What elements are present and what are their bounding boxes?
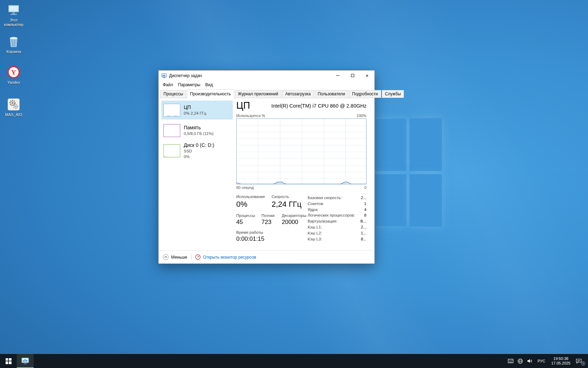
cpu-usage-area (237, 182, 366, 184)
cpu-panel: ЦП Intel(R) Core(TM) i7 CPU 860 @ 2.80GH… (236, 98, 374, 250)
menu-options[interactable]: Параметры (176, 82, 203, 88)
recycle-bin-icon (7, 34, 21, 48)
cpu-mini-chart (163, 104, 180, 117)
minimize-button[interactable] (330, 70, 345, 81)
chevron-up-icon (163, 254, 169, 260)
cpu-usage-chart-svg (237, 119, 366, 184)
desktop-icon-mas-aio[interactable]: MAS_AIO (1, 97, 27, 117)
taskbar: РУС 19:50:38 17.05.2025 1 (0, 354, 588, 368)
chart-ymax: 100% (357, 114, 366, 118)
windows-logo (374, 118, 442, 227)
less-button[interactable]: Меньше (163, 254, 187, 260)
stat-processes: Процессы 45 (236, 213, 261, 226)
action-center-button[interactable]: 1 (574, 354, 585, 368)
cpu-model-name: Intel(R) Core(TM) i7 CPU 860 @ 2.80GHz (271, 103, 366, 109)
memory-mini-chart (163, 124, 180, 137)
menu-view[interactable]: Вид (203, 82, 215, 88)
disk-mini-chart (163, 144, 180, 157)
sidebar-cpu-stats: 0% 2,24 ГГц (184, 111, 206, 116)
task-manager-taskbar-icon (21, 357, 29, 365)
window-title: Диспетчер задач (169, 73, 202, 78)
menu-file[interactable]: Файл (160, 82, 176, 88)
touch-keyboard-icon (508, 359, 513, 363)
sidebar-disk-usage: 0% (184, 154, 214, 159)
tab-app-history[interactable]: Журнал приложений (235, 90, 281, 98)
windows-start-icon (6, 358, 12, 364)
resource-monitor-icon (195, 254, 201, 260)
detail-cache-l1: Кэш L1:2... (308, 224, 366, 230)
desktop-icon-label: MAS_AIO (5, 113, 22, 117)
yandex-icon: Y (7, 65, 21, 79)
stat-threads: Потоки 723 (261, 213, 282, 226)
desktop-icon-label: Этот компьютер (1, 18, 27, 27)
tabbar: Процессы Производительность Журнал прило… (159, 89, 374, 98)
volume-button[interactable] (525, 354, 535, 368)
footer-bar: Меньше Открыть монитор ресурсов (159, 250, 374, 264)
stat-handles: Дескрипторы 20000 (282, 213, 306, 226)
tab-processes[interactable]: Процессы (160, 90, 186, 98)
detail-cache-l3: Кэш L3:8... (308, 236, 366, 242)
detail-sockets: Сокетов:1 (308, 201, 366, 207)
system-tray: РУС 19:50:38 17.05.2025 1 (506, 354, 588, 368)
less-label: Меньше (171, 255, 187, 260)
open-resource-monitor-link[interactable]: Открыть монитор ресурсов (195, 254, 256, 260)
detail-base-speed: Базовая скорость:2... (308, 195, 366, 201)
network-button[interactable] (516, 354, 525, 368)
desktop-icon-recycle-bin[interactable]: Корзина (1, 34, 27, 54)
globe-network-icon (518, 359, 523, 364)
maximize-button[interactable] (345, 70, 360, 81)
sidebar-disk-title: Диск 0 (C: D:) (184, 142, 214, 148)
close-button[interactable]: × (360, 70, 374, 81)
gears-icon (7, 97, 21, 111)
desktop-icon-label: Корзина (6, 49, 21, 54)
resource-monitor-label: Открыть монитор ресурсов (203, 255, 256, 260)
detail-cache-l2: Кэш L2:1... (308, 230, 366, 236)
desktop-icon-label: Yandex (7, 80, 20, 85)
sidebar-disk-type: SSD (184, 149, 214, 154)
chart-xmax: 60 секунд (236, 185, 254, 190)
tab-details[interactable]: Подробности (349, 90, 381, 98)
sidebar-item-cpu[interactable]: ЦП 0% 2,24 ГГц (161, 101, 233, 120)
clock[interactable]: 19:50:38 17.05.2025 (548, 354, 574, 368)
notification-badge: 1 (581, 361, 585, 366)
stat-usage: Использование 0% (236, 195, 272, 209)
sidebar-memory-title: Память (184, 125, 214, 130)
stat-speed: Скорость 2,24 ГГц (272, 195, 301, 209)
cpu-usage-chart (236, 118, 366, 184)
start-button[interactable] (0, 354, 17, 368)
sidebar-item-memory[interactable]: Память 0,9/8,0 ГБ (11%) (161, 121, 233, 140)
detail-virtualization: Виртуализация:В... (308, 218, 366, 224)
performance-sidebar: ЦП 0% 2,24 ГГц Память 0,9/8,0 ГБ (11%) Д… (159, 98, 236, 250)
sidebar-cpu-title: ЦП (184, 104, 206, 110)
cpu-panel-title: ЦП (236, 100, 250, 111)
minimize-icon (336, 75, 340, 76)
window-controls: × (330, 70, 374, 81)
tab-startup[interactable]: Автозагрузка (282, 90, 314, 98)
speaker-icon (527, 359, 533, 363)
desktop-icon-this-pc[interactable]: Этот компьютер (1, 3, 27, 27)
sidebar-memory-stats: 0,9/8,0 ГБ (11%) (184, 131, 214, 136)
clock-date: 17.05.2025 (551, 361, 570, 366)
tab-performance[interactable]: Производительность (187, 89, 234, 98)
footer-divider (191, 254, 191, 260)
this-pc-icon (7, 3, 21, 17)
taskbar-app-taskmanager[interactable] (17, 354, 34, 368)
maximize-icon (351, 74, 354, 77)
touch-keyboard-button[interactable] (506, 354, 516, 368)
chart-ylabel: Используется % (236, 114, 265, 118)
clock-time: 19:50:38 (553, 356, 568, 361)
language-indicator[interactable]: РУС (535, 354, 548, 368)
menubar: Файл Параметры Вид (159, 81, 374, 89)
task-manager-window: Диспетчер задач × Файл Параметры Вид Про… (158, 70, 375, 264)
tab-users[interactable]: Пользователи (315, 90, 348, 98)
cpu-details: Базовая скорость:2... Сокетов:1 Ядра:4 Л… (308, 195, 366, 247)
titlebar[interactable]: Диспетчер задач × (159, 70, 374, 81)
tab-services[interactable]: Службы (382, 90, 404, 98)
sidebar-item-disk0[interactable]: Диск 0 (C: D:) SSD 0% (161, 141, 233, 160)
cpu-stats: Использование 0% Скорость 2,24 ГГц Проце… (236, 195, 308, 247)
desktop-icon-yandex[interactable]: Y Yandex (1, 65, 27, 85)
detail-cores: Ядра:4 (308, 207, 366, 213)
chart-xmin: 0 (364, 185, 366, 190)
stat-uptime: Время работы 0:00:01:15 (236, 230, 264, 243)
svg-text:Y: Y (11, 69, 16, 76)
